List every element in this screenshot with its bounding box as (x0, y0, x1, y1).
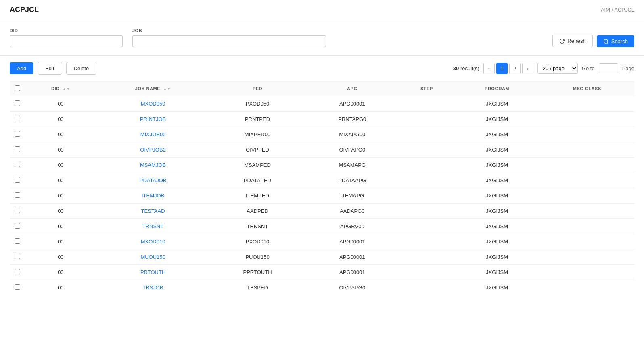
cell-step (399, 158, 454, 173)
cell-job-name[interactable]: MSAMJOB (96, 158, 210, 173)
table-row: 00 PDATAJOB PDATAPED PDATAAPG JXGIJSM (10, 173, 634, 188)
table-row: 00 MXOD010 PXOD010 APG00001 JXGIJSM (10, 234, 634, 249)
breadcrumb: AIM / ACPJCL (601, 7, 634, 13)
row-checkbox[interactable] (15, 223, 20, 229)
col-did[interactable]: DID ▲▼ (25, 81, 96, 96)
row-checkbox[interactable] (15, 162, 20, 167)
cell-ped: PXOD010 (209, 234, 305, 249)
filter-bar: DID JOB Refresh Search (0, 20, 644, 56)
cell-step (399, 234, 454, 249)
filter-actions: Refresh Search (552, 35, 634, 47)
table-row: 00 TBSJOB TBSPED OIVPAPG0 JXGIJSM (10, 280, 634, 291)
job-filter-group: JOB (132, 28, 326, 47)
cell-did: 00 (25, 96, 96, 112)
page-size-select[interactable]: 20 / page 50 / page 100 / page (537, 63, 578, 74)
col-step: STEP (399, 81, 454, 96)
cell-program: JXGIJSM (454, 234, 540, 249)
cell-job-name[interactable]: MIXJOB00 (96, 127, 210, 142)
table-wrapper[interactable]: DID ▲▼ JOB NAME ▲▼ PED APG STEP PROGRAM … (10, 81, 634, 291)
page-1-button[interactable]: 1 (496, 63, 508, 74)
cell-did: 00 (25, 219, 96, 234)
job-input[interactable] (132, 35, 326, 47)
cell-step (399, 249, 454, 265)
cell-apg: PDATAAPG (305, 173, 399, 188)
cell-ped: TRNSNT (209, 219, 305, 234)
edit-button[interactable]: Edit (38, 62, 62, 75)
row-checkbox[interactable] (15, 177, 20, 183)
cell-step (399, 127, 454, 142)
select-all-checkbox[interactable] (15, 85, 20, 91)
cell-ped: MIXPED00 (209, 127, 305, 142)
cell-did: 00 (25, 249, 96, 265)
table-row: 00 OIVPJOB2 OIVPPED OIVPAPG0 JXGIJSM (10, 142, 634, 158)
row-checkbox[interactable] (15, 208, 20, 213)
col-msg-class: MSG CLASS (540, 81, 634, 96)
pagination: ‹ 1 2 › (483, 63, 533, 74)
cell-job-name[interactable]: PRTOUTH (96, 265, 210, 280)
cell-step (399, 204, 454, 219)
row-checkbox-cell (10, 219, 25, 234)
cell-job-name[interactable]: ITEMJOB (96, 188, 210, 204)
row-checkbox[interactable] (15, 146, 20, 152)
table-row: 00 ITEMJOB ITEMPED ITEMAPG JXGIJSM (10, 188, 634, 204)
did-input[interactable] (10, 35, 123, 47)
cell-ped: PDATAPED (209, 173, 305, 188)
cell-msg-class (540, 96, 634, 112)
delete-button[interactable]: Delete (66, 62, 97, 75)
row-checkbox-cell (10, 96, 25, 112)
did-filter-group: DID (10, 28, 123, 47)
search-button[interactable]: Search (597, 35, 634, 47)
did-label: DID (10, 28, 123, 33)
cell-apg: MIXAPG00 (305, 127, 399, 142)
cell-msg-class (540, 280, 634, 291)
cell-job-name[interactable]: OIVPJOB2 (96, 142, 210, 158)
row-checkbox[interactable] (15, 238, 20, 244)
col-job-name[interactable]: JOB NAME ▲▼ (96, 81, 210, 96)
add-button[interactable]: Add (10, 62, 33, 74)
cell-job-name[interactable]: TRNSNT (96, 219, 210, 234)
cell-job-name[interactable]: MXOD050 (96, 96, 210, 112)
cell-did: 00 (25, 127, 96, 142)
svg-line-1 (607, 42, 608, 44)
result-count: 30 result(s) (453, 65, 479, 71)
cell-program: JXGIJSM (454, 158, 540, 173)
row-checkbox-cell (10, 173, 25, 188)
cell-job-name[interactable]: MXOD010 (96, 234, 210, 249)
row-checkbox[interactable] (15, 131, 20, 137)
row-checkbox-cell (10, 249, 25, 265)
cell-apg: APG00001 (305, 96, 399, 112)
cell-program: JXGIJSM (454, 142, 540, 158)
cell-apg: OIVPAPG0 (305, 142, 399, 158)
table-row: 00 PRINTJOB PRNTPED PRNTAPG0 JXGIJSM (10, 112, 634, 127)
row-checkbox[interactable] (15, 116, 20, 121)
cell-step (399, 219, 454, 234)
cell-job-name[interactable]: TBSJOB (96, 280, 210, 291)
prev-page-button[interactable]: ‹ (483, 63, 495, 74)
did-sort-icon: ▲▼ (63, 87, 70, 91)
refresh-button[interactable]: Refresh (552, 35, 593, 47)
cell-step (399, 112, 454, 127)
next-page-button[interactable]: › (522, 63, 533, 74)
row-checkbox[interactable] (15, 254, 20, 259)
cell-apg: APGRV00 (305, 219, 399, 234)
row-checkbox[interactable] (15, 284, 20, 290)
cell-step (399, 265, 454, 280)
cell-job-name[interactable]: PDATAJOB (96, 173, 210, 188)
row-checkbox[interactable] (15, 192, 20, 198)
cell-msg-class (540, 234, 634, 249)
goto-input[interactable] (599, 63, 618, 73)
col-ped: PED (209, 81, 305, 96)
cell-job-name[interactable]: MUOU150 (96, 249, 210, 265)
cell-ped: AADPED (209, 204, 305, 219)
table-row: 00 MXOD050 PXOD050 APG00001 JXGIJSM (10, 96, 634, 112)
cell-job-name[interactable]: PRINTJOB (96, 112, 210, 127)
row-checkbox[interactable] (15, 100, 20, 106)
toolbar-right: 30 result(s) ‹ 1 2 › 20 / page 50 / page… (453, 63, 634, 74)
page-2-button[interactable]: 2 (509, 63, 521, 74)
header-checkbox-col (10, 81, 25, 96)
cell-job-name[interactable]: TESTAAD (96, 204, 210, 219)
cell-apg: MSAMAPG (305, 158, 399, 173)
row-checkbox[interactable] (15, 269, 20, 274)
cell-program: JXGIJSM (454, 265, 540, 280)
cell-step (399, 96, 454, 112)
